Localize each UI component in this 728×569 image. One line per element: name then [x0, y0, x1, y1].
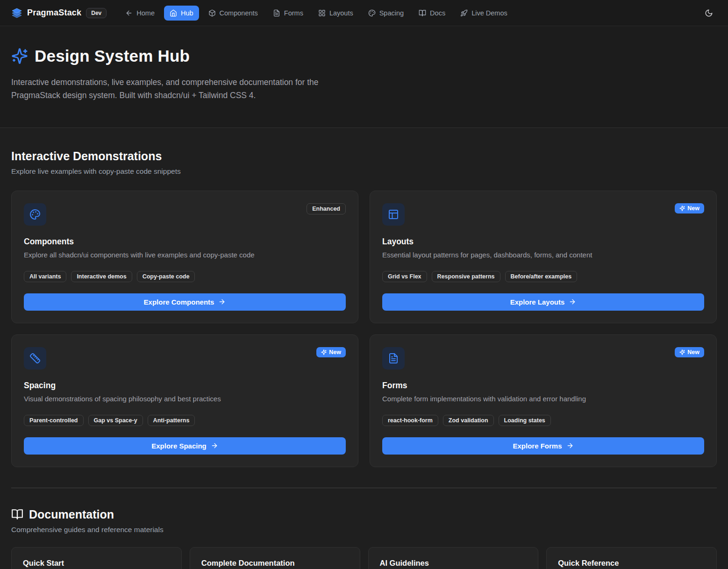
brand[interactable]: PragmaStack Dev	[11, 7, 107, 19]
nav-item-home[interactable]: Home	[120, 6, 160, 21]
feature-tag: react-hook-form	[382, 415, 438, 426]
layout-grid-icon	[318, 9, 326, 17]
feature-tag: Parent-controlled	[24, 415, 84, 426]
nav-item-spacing[interactable]: Spacing	[363, 6, 409, 21]
doc-card-title: AI Guidelines	[380, 559, 527, 568]
nav-item-components[interactable]: Components	[203, 6, 264, 21]
theme-toggle-button[interactable]	[701, 5, 717, 21]
feature-tag: Copy-paste code	[137, 271, 195, 282]
button-label: Explore Components	[144, 298, 214, 306]
button-label: Explore Layouts	[510, 298, 565, 306]
feature-tag: Zod validation	[443, 415, 494, 426]
book-open-icon	[11, 508, 23, 520]
nav-item-layouts[interactable]: Layouts	[313, 6, 359, 21]
home-icon	[170, 9, 177, 17]
explore-layouts-button[interactable]: Explore Layouts	[382, 293, 704, 311]
nav-item-label: Forms	[284, 9, 303, 17]
feature-tag: Grid vs Flex	[382, 271, 427, 282]
nav-item-label: Live Demos	[471, 9, 507, 17]
nav-item-label: Hub	[181, 9, 193, 17]
doc-card-title: Complete Documentation	[201, 559, 349, 568]
docs-heading: Documentation	[29, 508, 114, 521]
file-text-icon	[273, 9, 280, 17]
explore-components-button[interactable]: Explore Components	[24, 293, 346, 311]
card-title: Components	[24, 237, 346, 247]
sparkles-icon	[679, 206, 685, 211]
card-description: Explore all shadcn/ui components with li…	[24, 251, 346, 259]
demo-card-spacing: New Spacing Visual demonstrations of spa…	[11, 334, 358, 467]
nav-item-label: Home	[136, 9, 155, 17]
button-label: Explore Spacing	[151, 442, 207, 450]
feature-tag: Before/after examples	[505, 271, 578, 282]
sparkles-icon	[679, 349, 685, 355]
badge-label: New	[687, 349, 699, 356]
nav-items: Home Hub Components Forms Layouts	[120, 6, 688, 21]
page-title: Design System Hub	[35, 47, 190, 65]
docs-subheading: Comprehensive guides and reference mater…	[11, 526, 717, 534]
doc-card-ai-guidelines[interactable]: AI Guidelines Rules for AI code generati…	[368, 547, 539, 569]
nav-item-label: Spacing	[379, 9, 404, 17]
sparkles-icon	[11, 48, 28, 64]
hero-section: Design System Hub Interactive demonstrat…	[0, 26, 728, 128]
palette-icon	[368, 9, 376, 17]
doc-card-grid: Quick Start 5-minute crash course Comple…	[11, 547, 717, 569]
card-title: Layouts	[382, 237, 704, 247]
demos-subheading: Explore live examples with copy-paste co…	[11, 167, 717, 176]
nav-item-hub[interactable]: Hub	[164, 6, 199, 21]
demo-card-components: Enhanced Components Explore all shadcn/u…	[11, 191, 358, 323]
demo-card-layouts: New Layouts Essential layout patterns fo…	[370, 191, 717, 323]
palette-icon	[24, 203, 46, 226]
nav-item-label: Docs	[430, 9, 445, 17]
doc-card-title: Quick Reference	[558, 559, 705, 568]
card-title: Spacing	[24, 381, 346, 391]
file-text-icon	[382, 347, 405, 370]
demos-section: Interactive Demonstrations Explore live …	[0, 128, 728, 467]
dev-badge: Dev	[86, 8, 107, 18]
arrow-right-icon	[211, 442, 218, 449]
nav-item-forms[interactable]: Forms	[267, 6, 309, 21]
nav-item-label: Components	[220, 9, 258, 17]
feature-tag: Loading states	[499, 415, 551, 426]
top-nav: PragmaStack Dev Home Hub Components Fo	[0, 0, 728, 26]
demo-card-forms: New Forms Complete form implementations …	[370, 334, 717, 467]
brand-name: PragmaStack	[27, 8, 81, 18]
status-badge: Enhanced	[307, 203, 346, 214]
arrow-right-icon	[569, 298, 576, 306]
ruler-icon	[24, 347, 46, 370]
arrow-right-icon	[566, 442, 574, 449]
feature-tag: All variants	[24, 271, 66, 282]
doc-card-quick-reference[interactable]: Quick Reference Cheat sheet for lookups	[546, 547, 717, 569]
sparkles-icon	[321, 349, 327, 355]
demos-heading: Interactive Demonstrations	[11, 149, 717, 163]
arrow-right-icon	[218, 298, 226, 306]
nav-item-docs[interactable]: Docs	[413, 6, 451, 21]
box-icon	[208, 9, 216, 17]
new-badge: New	[675, 203, 704, 213]
doc-card-title: Quick Start	[23, 559, 170, 568]
explore-spacing-button[interactable]: Explore Spacing	[24, 437, 346, 455]
book-open-icon	[419, 9, 426, 17]
feature-tag: Anti-patterns	[148, 415, 195, 426]
new-badge: New	[675, 347, 704, 357]
feature-tag: Interactive demos	[71, 271, 132, 282]
arrow-left-icon	[125, 9, 133, 17]
moon-icon	[705, 9, 713, 17]
demo-card-grid: Enhanced Components Explore all shadcn/u…	[11, 191, 717, 467]
nav-item-label: Layouts	[329, 9, 353, 17]
doc-card-quick-start[interactable]: Quick Start 5-minute crash course	[11, 547, 182, 569]
rocket-icon	[460, 9, 468, 17]
badge-label: New	[329, 349, 341, 356]
feature-tag: Responsive patterns	[432, 271, 500, 282]
badge-label: New	[687, 205, 699, 212]
nav-item-live-demos[interactable]: Live Demos	[455, 6, 513, 21]
feature-tag: Gap vs Space-y	[88, 415, 143, 426]
card-description: Visual demonstrations of spacing philoso…	[24, 395, 346, 403]
explore-forms-button[interactable]: Explore Forms	[382, 437, 704, 455]
layout-panel-icon	[382, 203, 405, 226]
button-label: Explore Forms	[513, 442, 562, 450]
new-badge: New	[316, 347, 346, 357]
page-subtitle: Interactive demonstrations, live example…	[11, 76, 366, 102]
docs-section: Documentation Comprehensive guides and r…	[0, 488, 728, 569]
doc-card-complete-documentation[interactable]: Complete Documentation Full design syste…	[190, 547, 360, 569]
card-title: Forms	[382, 381, 704, 391]
